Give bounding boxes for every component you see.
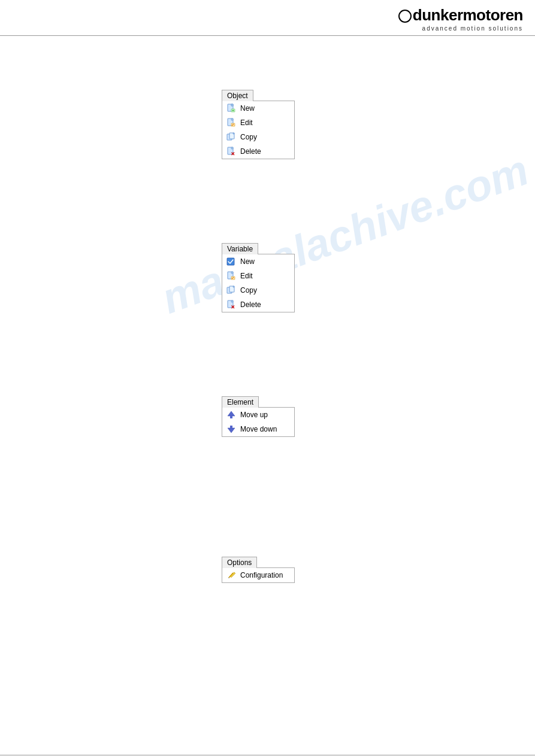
variable-menu-section: Variable New <box>0 225 535 330</box>
arrow-down-icon <box>226 424 237 435</box>
variable-menu-body: New Edit <box>222 254 295 312</box>
element-moveup-item[interactable]: Move up <box>222 408 294 422</box>
new-doc-icon <box>226 103 237 114</box>
svg-rect-24 <box>230 416 232 418</box>
object-new-label: New <box>240 104 255 113</box>
element-menu-section: Element Move up <box>0 378 535 455</box>
var-delete-doc-icon <box>226 299 237 310</box>
main-content: Object <box>0 36 535 625</box>
element-moveup-label: Move up <box>240 411 268 419</box>
object-delete-item[interactable]: Delete <box>222 144 294 159</box>
variable-copy-item[interactable]: Copy <box>222 283 294 297</box>
header: dunkermotoren advanced motion solutions <box>0 0 535 36</box>
logo-area: dunkermotoren advanced motion solutions <box>398 6 523 32</box>
object-menu-section: Object <box>0 72 535 177</box>
options-config-label: Configuration <box>240 571 283 579</box>
variable-new-item[interactable]: New <box>222 254 294 269</box>
options-menu-wrapper: Options Configuration <box>222 557 295 583</box>
delete-doc-icon <box>226 146 237 157</box>
logo-text: dunkermotoren <box>413 6 523 25</box>
variable-delete-item[interactable]: Delete <box>222 297 294 312</box>
options-menu-section: Options Configuration <box>0 539 535 601</box>
logo-subtitle: advanced motion solutions <box>398 25 523 32</box>
object-new-item[interactable]: New <box>222 101 294 116</box>
object-menu-body: New Edit <box>222 101 295 159</box>
variable-menu-title: Variable <box>222 243 258 254</box>
options-menu-title: Options <box>222 557 257 568</box>
svg-marker-23 <box>228 411 235 416</box>
variable-menu-wrapper: Variable New <box>222 243 295 312</box>
new-var-icon <box>226 256 237 267</box>
variable-copy-label: Copy <box>240 286 257 294</box>
variable-delete-label: Delete <box>240 300 261 309</box>
svg-marker-25 <box>228 428 235 433</box>
pencil-icon <box>226 570 237 581</box>
logo-brand: dunkermotoren <box>398 6 523 25</box>
variable-new-label: New <box>240 257 255 266</box>
options-menu-body: Configuration <box>222 567 295 583</box>
logo-d-circle <box>398 10 412 23</box>
object-menu-wrapper: Object <box>222 90 295 159</box>
object-menu-title: Object <box>222 90 253 101</box>
object-edit-item[interactable]: Edit <box>222 116 294 130</box>
object-copy-item[interactable]: Copy <box>222 130 294 144</box>
variable-edit-item[interactable]: Edit <box>222 269 294 283</box>
object-copy-label: Copy <box>240 133 257 141</box>
options-config-item[interactable]: Configuration <box>222 568 294 582</box>
var-edit-doc-icon <box>226 271 237 281</box>
variable-edit-label: Edit <box>240 272 253 280</box>
element-movedown-label: Move down <box>240 425 277 433</box>
element-menu-body: Move up Move down <box>222 407 295 437</box>
element-menu-title: Element <box>222 396 259 408</box>
arrow-up-icon <box>226 409 237 420</box>
var-copy-doc-icon <box>226 285 237 296</box>
object-edit-label: Edit <box>240 119 253 127</box>
svg-rect-26 <box>230 426 232 428</box>
element-menu-wrapper: Element Move up <box>222 396 295 437</box>
copy-doc-icon <box>226 132 237 142</box>
element-movedown-item[interactable]: Move down <box>222 422 294 436</box>
object-delete-label: Delete <box>240 147 261 156</box>
edit-doc-icon <box>226 117 237 128</box>
